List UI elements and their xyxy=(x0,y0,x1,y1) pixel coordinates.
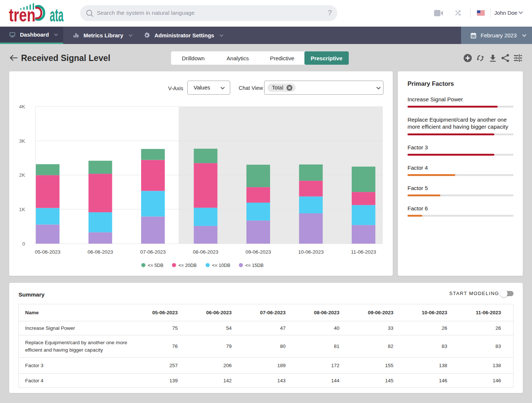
svg-text:06-06-2023: 06-06-2023 xyxy=(88,249,113,255)
svg-text:11-06-2023: 11-06-2023 xyxy=(351,249,376,255)
svg-text:1K: 1K xyxy=(19,207,25,212)
svg-text:4K: 4K xyxy=(19,104,25,109)
svg-text:tren: tren xyxy=(9,5,35,25)
svg-text:<= 20DB: <= 20DB xyxy=(178,263,197,268)
svg-text:0: 0 xyxy=(22,241,25,247)
svg-text:<= 10DB: <= 10DB xyxy=(212,263,230,268)
svg-text:10-06-2023: 10-06-2023 xyxy=(298,249,324,255)
svg-text:07-06-2023: 07-06-2023 xyxy=(140,249,166,255)
svg-text:<= 5DB: <= 5DB xyxy=(148,263,163,268)
svg-text:3K: 3K xyxy=(19,138,25,144)
svg-text:09-06-2023: 09-06-2023 xyxy=(245,249,271,255)
svg-text:2K: 2K xyxy=(19,172,25,178)
svg-text:08-06-2023: 08-06-2023 xyxy=(193,249,218,255)
svg-text:<= 15DB: <= 15DB xyxy=(245,263,263,268)
svg-text:05-06-2023: 05-06-2023 xyxy=(35,249,60,255)
svg-text:ata: ata xyxy=(50,5,64,25)
